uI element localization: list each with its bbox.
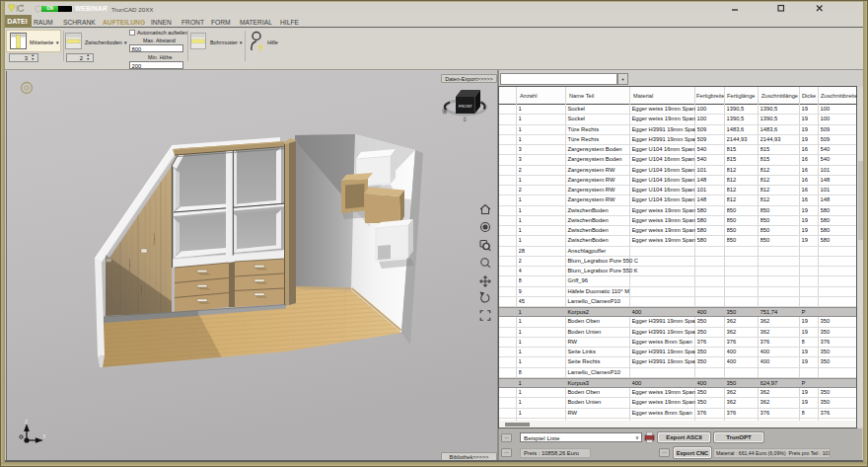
svg-text:X: X [42, 433, 46, 439]
svg-text:W: W [443, 109, 448, 115]
svg-text:?: ? [258, 43, 264, 52]
svg-text:FRONT: FRONT [459, 104, 472, 109]
